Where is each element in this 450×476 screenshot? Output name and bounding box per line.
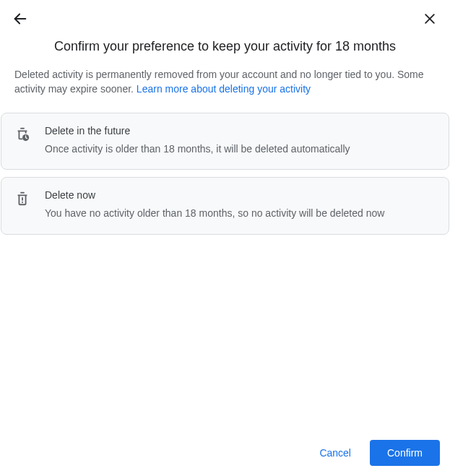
svg-rect-4 — [22, 197, 23, 201]
learn-more-link[interactable]: Learn more about deleting your activity — [137, 83, 311, 95]
footer-actions: Cancel Confirm — [306, 440, 440, 466]
cancel-button[interactable]: Cancel — [306, 441, 364, 465]
top-bar — [0, 0, 450, 33]
auto-delete-clock-icon — [14, 125, 32, 145]
card-subtitle: You have no activity older than 18 month… — [45, 207, 436, 221]
back-arrow-icon[interactable] — [12, 10, 29, 27]
card-content: Delete now You have no activity older th… — [45, 189, 436, 221]
card-delete-now: Delete now You have no activity older th… — [1, 177, 449, 235]
svg-rect-5 — [22, 202, 23, 203]
description-text: Deleted activity is permanently removed … — [0, 67, 450, 113]
page-title: Confirm your preference to keep your act… — [0, 33, 450, 67]
card-subtitle: Once activity is older than 18 months, i… — [45, 142, 436, 157]
card-delete-future: Delete in the future Once activity is ol… — [1, 113, 449, 170]
confirm-button[interactable]: Confirm — [370, 440, 440, 466]
trash-alert-icon — [14, 189, 32, 209]
close-icon[interactable] — [421, 10, 438, 27]
card-content: Delete in the future Once activity is ol… — [45, 125, 436, 157]
card-title: Delete now — [45, 189, 436, 201]
card-title: Delete in the future — [45, 125, 436, 137]
